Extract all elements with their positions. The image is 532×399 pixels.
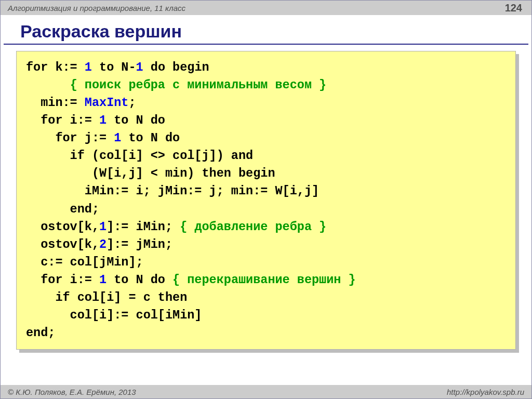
slide-title: Раскраска вершин: [4, 15, 528, 45]
page-number: 124: [505, 2, 522, 14]
code-content: for k:= 1 to N-1 do begin { поиск ребра …: [16, 51, 516, 350]
copyright-label: © К.Ю. Поляков, Е.А. Ерёмин, 2013: [8, 388, 136, 396]
footer: © К.Ю. Поляков, Е.А. Ерёмин, 2013 http:/…: [1, 385, 531, 398]
subject-label: Алгоритмизация и программирование, 11 кл…: [8, 4, 185, 12]
url-label: http://kpolyakov.spb.ru: [447, 388, 524, 396]
slide: Алгоритмизация и программирование, 11 кл…: [0, 0, 532, 399]
top-bar: Алгоритмизация и программирование, 11 кл…: [1, 1, 531, 15]
code-block: for k:= 1 to N-1 do begin { поиск ребра …: [16, 51, 516, 350]
